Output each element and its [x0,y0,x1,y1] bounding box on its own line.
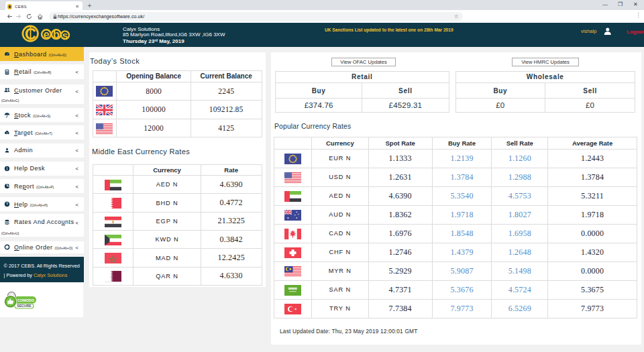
svg-text:?: ? [6,202,8,206]
svg-text:b: b [53,28,60,40]
svg-text:e: e [43,28,49,40]
svg-text:SECURE: SECURE [17,304,32,308]
svg-text:COMODO: COMODO [17,298,34,302]
svg-text:s: s [62,30,68,41]
